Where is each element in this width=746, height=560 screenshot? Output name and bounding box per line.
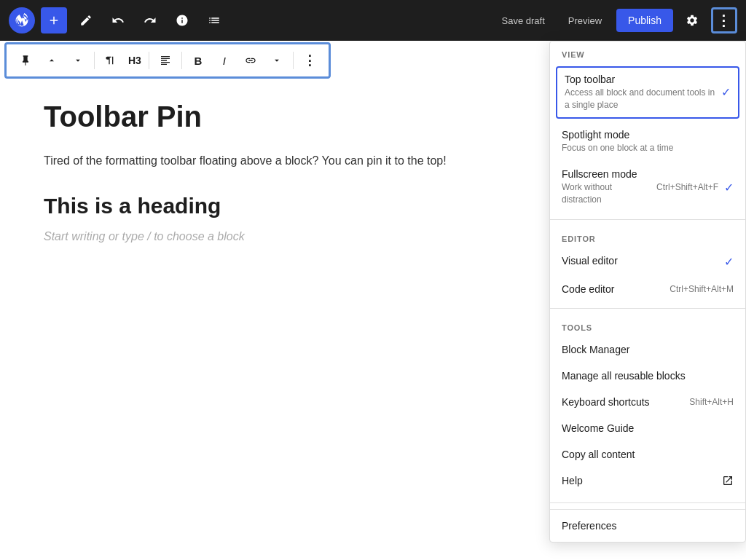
- move-up-button[interactable]: [40, 49, 63, 72]
- visual-editor-title: Visual editor: [562, 255, 718, 267]
- pencil-icon-button[interactable]: [73, 7, 99, 33]
- spotlight-desc: Focus on one block at a time: [562, 142, 734, 154]
- block-manager-content: Block Manager: [562, 344, 734, 355]
- visual-editor-menu-item[interactable]: Visual editor ✓: [550, 248, 745, 276]
- italic-button[interactable]: I: [213, 49, 236, 72]
- visual-editor-check: ✓: [724, 255, 734, 269]
- welcome-guide-content: Welcome Guide: [562, 422, 734, 434]
- code-editor-menu-item[interactable]: Code editor Ctrl+Shift+Alt+M: [550, 276, 745, 302]
- format-toolbar: H3 B I ⋮: [4, 42, 331, 79]
- undo-button[interactable]: [105, 7, 131, 33]
- help-title: Help: [562, 475, 716, 486]
- copy-content-content: Copy all content: [562, 449, 734, 460]
- toolbar-separator-4: [293, 52, 294, 69]
- help-content: Help: [562, 475, 716, 486]
- publish-button[interactable]: Publish: [616, 9, 673, 32]
- header-left: [9, 7, 227, 33]
- preview-button[interactable]: Preview: [560, 11, 610, 31]
- visual-editor-content: Visual editor: [562, 255, 718, 267]
- code-editor-shortcut: Ctrl+Shift+Alt+M: [670, 284, 734, 294]
- fullscreen-mode-menu-item[interactable]: Fullscreen mode Work without distraction…: [550, 161, 745, 213]
- fullscreen-desc: Work without distraction: [562, 181, 651, 206]
- preferences-title: Preferences: [562, 520, 616, 532]
- heading-label: H3: [125, 55, 144, 66]
- view-section-label: VIEW: [550, 42, 745, 63]
- fullscreen-shortcut: Ctrl+Shift+Alt+F: [656, 182, 718, 192]
- external-link-icon: [722, 475, 734, 489]
- block-manager-title: Block Manager: [562, 344, 734, 355]
- keyboard-shortcuts-menu-item[interactable]: Keyboard shortcuts Shift+Alt+H: [550, 389, 745, 415]
- preferences-menu-item[interactable]: Preferences: [550, 509, 745, 542]
- more-options-button[interactable]: [265, 49, 288, 72]
- fullscreen-title: Fullscreen mode: [562, 168, 651, 180]
- toolbar-separator-2: [149, 52, 149, 69]
- spotlight-mode-menu-item[interactable]: Spotlight mode Focus on one block at a t…: [550, 122, 745, 162]
- keyboard-shortcuts-content: Keyboard shortcuts: [562, 396, 683, 408]
- save-draft-button[interactable]: Save draft: [493, 11, 554, 31]
- align-button[interactable]: [154, 49, 177, 72]
- block-manager-menu-item[interactable]: Block Manager: [550, 336, 745, 363]
- redo-button[interactable]: [137, 7, 163, 33]
- code-editor-title: Code editor: [562, 283, 664, 295]
- code-editor-content: Code editor: [562, 283, 664, 295]
- fullscreen-check: ✓: [724, 181, 734, 194]
- list-view-button[interactable]: [201, 7, 227, 33]
- toolbar-separator-3: [181, 52, 182, 69]
- add-block-button[interactable]: [41, 7, 67, 33]
- help-menu-item[interactable]: Help: [550, 468, 745, 497]
- top-toolbar-content: Top toolbar Access all block and documen…: [565, 74, 715, 111]
- paragraph-button[interactable]: [99, 49, 122, 72]
- move-down-button[interactable]: [66, 49, 90, 72]
- menu-divider-3: [550, 502, 745, 503]
- copy-content-title: Copy all content: [562, 449, 734, 460]
- header-right: Save draft Preview Publish ⋮: [493, 7, 737, 33]
- tools-section-label: TOOLS: [550, 315, 745, 336]
- welcome-guide-menu-item[interactable]: Welcome Guide: [550, 415, 745, 441]
- keyboard-shortcuts-title: Keyboard shortcuts: [562, 396, 683, 408]
- keyboard-shortcuts-shortcut: Shift+Alt+H: [689, 397, 734, 407]
- top-toolbar-title: Top toolbar: [565, 74, 715, 85]
- spotlight-title: Spotlight mode: [562, 129, 734, 141]
- options-menu-button[interactable]: ⋮: [711, 7, 737, 33]
- editor-section-label: EDITOR: [550, 226, 745, 248]
- link-button[interactable]: [239, 49, 262, 72]
- menu-divider-1: [550, 219, 745, 220]
- top-toolbar-check: ✓: [721, 85, 731, 99]
- pin-button[interactable]: [14, 49, 37, 72]
- copy-content-menu-item[interactable]: Copy all content: [550, 441, 745, 468]
- toolbar-separator-1: [94, 52, 95, 69]
- bold-button[interactable]: B: [186, 49, 210, 72]
- info-button[interactable]: [169, 7, 195, 33]
- settings-button[interactable]: [679, 7, 705, 33]
- wordpress-logo[interactable]: [9, 7, 35, 33]
- main-content: Toolbar Pin Tired of the formatting tool…: [0, 41, 746, 560]
- top-toolbar-menu-item[interactable]: Top toolbar Access all block and documen…: [556, 66, 739, 119]
- menu-divider-2: [550, 308, 745, 309]
- spotlight-content: Spotlight mode Focus on one block at a t…: [562, 129, 734, 154]
- top-toolbar-desc: Access all block and document tools in a…: [565, 87, 715, 111]
- header: Save draft Preview Publish ⋮: [0, 0, 746, 41]
- welcome-guide-title: Welcome Guide: [562, 422, 734, 434]
- block-options-button[interactable]: ⋮: [298, 49, 321, 72]
- manage-reusable-title: Manage all reusable blocks: [562, 370, 734, 382]
- manage-reusable-menu-item[interactable]: Manage all reusable blocks: [550, 363, 745, 389]
- options-dropdown-menu: VIEW Top toolbar Access all block and do…: [549, 41, 746, 543]
- fullscreen-content: Fullscreen mode Work without distraction: [562, 168, 651, 206]
- manage-reusable-content: Manage all reusable blocks: [562, 370, 734, 382]
